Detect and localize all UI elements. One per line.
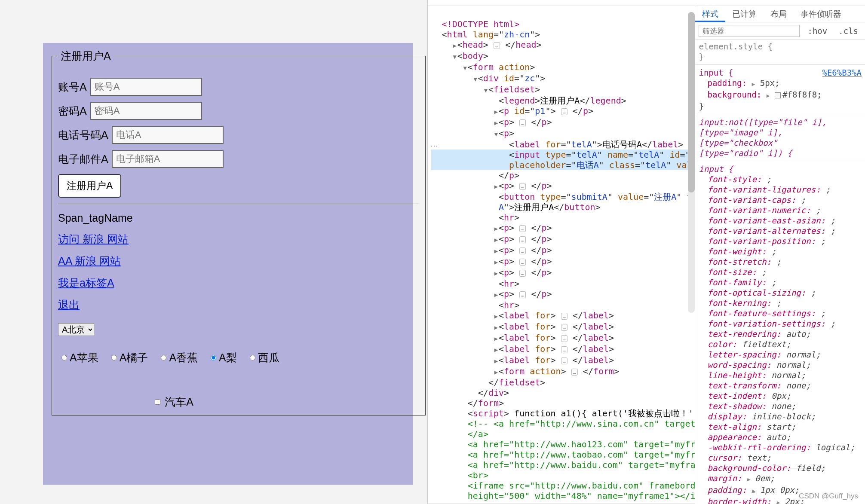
- fieldset-legend: 注册用户A: [58, 49, 113, 63]
- radio-orange[interactable]: A橘子: [111, 351, 148, 365]
- city-select[interactable]: A北京: [58, 323, 94, 336]
- span-heading: Span_tagName: [58, 212, 419, 224]
- elements-scrollbar[interactable]: [688, 12, 695, 313]
- submit-button[interactable]: 注册用户A: [58, 174, 121, 198]
- scrollbar-thumb[interactable]: [688, 12, 695, 192]
- tab-computed[interactable]: 已计算: [725, 6, 764, 22]
- watermark: CSDN @Guff_hys: [799, 492, 858, 501]
- elements-panel[interactable]: ⋯ <!DOCTYPE html> <html lang="zh-cn"> ▶<…: [428, 6, 695, 504]
- radio-melon[interactable]: 西瓜: [250, 351, 279, 365]
- links-section: Span_tagName 访问 新浪 网站 AA 新浪 网站 我是a标签A 退出: [58, 212, 419, 312]
- filter-row: :hov .cls: [695, 22, 865, 40]
- tab-styles[interactable]: 样式: [695, 6, 725, 22]
- register-fieldset: 注册用户A 账号A 密码A 电话号码A 电子邮件A 注册用户A: [52, 49, 426, 415]
- devtools-panel: ⋯ <!DOCTYPE html> <html lang="zh-cn"> ▶<…: [427, 0, 865, 504]
- email-label: 电子邮件A: [58, 152, 108, 166]
- checkbox-row: 汽车A: [58, 395, 419, 409]
- password-label: 密码A: [58, 104, 87, 118]
- radio-apple[interactable]: A苹果: [61, 351, 98, 365]
- car-checkbox[interactable]: [155, 399, 160, 405]
- page-viewport: 注册用户A 账号A 密码A 电话号码A 电子邮件A 注册用户A: [0, 0, 427, 504]
- form-container: 注册用户A 账号A 密码A 电话号码A 电子邮件A 注册用户A: [52, 49, 430, 415]
- filter-input[interactable]: [699, 25, 800, 37]
- hov-button[interactable]: :hov: [804, 25, 831, 37]
- tab-listeners[interactable]: 事件侦听器: [794, 6, 848, 22]
- radio-banana[interactable]: A香蕉: [161, 351, 198, 365]
- styles-tabs: 样式 已计算 布局 事件侦听器: [695, 6, 865, 22]
- hr-divider: [58, 204, 419, 204]
- link-exit[interactable]: 退出: [58, 299, 80, 311]
- tab-layout[interactable]: 布局: [764, 6, 794, 22]
- fruit-radio-group: A苹果 A橘子 A香蕉 A梨 西瓜: [58, 351, 419, 365]
- password-input[interactable]: [90, 102, 202, 120]
- email-input[interactable]: [112, 150, 224, 168]
- tel-input[interactable]: [112, 126, 224, 144]
- cls-button[interactable]: .cls: [835, 25, 862, 37]
- link-aa-sina[interactable]: AA 新浪 网站: [58, 255, 121, 267]
- account-label: 账号A: [58, 80, 87, 94]
- source-link[interactable]: %E6%B3%A: [822, 67, 862, 78]
- gutter-menu-icon[interactable]: ⋯: [430, 141, 438, 150]
- tel-label: 电话号码A: [58, 128, 108, 142]
- devtools-toolbar: [428, 0, 865, 6]
- dom-tree[interactable]: <!DOCTYPE html> <html lang="zh-cn"> ▶<he…: [428, 6, 695, 504]
- radio-pear[interactable]: A梨: [211, 351, 237, 365]
- account-input[interactable]: [90, 78, 202, 96]
- car-checkbox-label: 汽车A: [165, 395, 193, 409]
- styles-panel: 样式 已计算 布局 事件侦听器 :hov .cls element.style …: [695, 6, 865, 504]
- styles-rules[interactable]: element.style { } input {%E6%B3%A paddin…: [695, 40, 865, 504]
- link-sina[interactable]: 访问 新浪 网站: [58, 233, 129, 245]
- link-a-tag[interactable]: 我是a标签A: [58, 277, 114, 289]
